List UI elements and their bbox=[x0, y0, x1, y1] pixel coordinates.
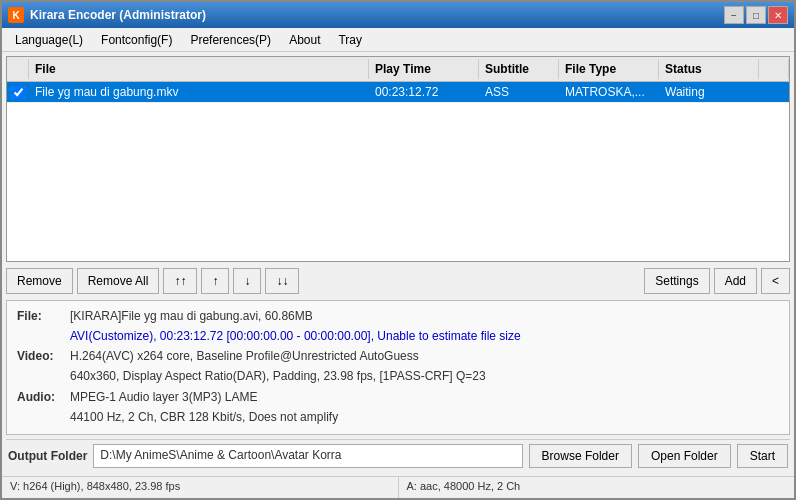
file-detail-spacer bbox=[17, 327, 62, 346]
audio-value: MPEG-1 Audio layer 3(MP3) LAME bbox=[70, 388, 257, 407]
header-filetype: File Type bbox=[559, 59, 659, 79]
start-button[interactable]: Start bbox=[737, 444, 788, 468]
move-down-button[interactable]: ↓ bbox=[233, 268, 261, 294]
window-title: Kirara Encoder (Administrator) bbox=[30, 8, 206, 22]
header-playtime: Play Time bbox=[369, 59, 479, 79]
audio-detail: 44100 Hz, 2 Ch, CBR 128 Kbit/s, Does not… bbox=[70, 408, 338, 427]
row-checkbox-cell[interactable] bbox=[7, 82, 29, 102]
browse-folder-button[interactable]: Browse Folder bbox=[529, 444, 632, 468]
video-value: H.264(AVC) x264 core, Baseline Profile@U… bbox=[70, 347, 419, 366]
title-controls: − □ ✕ bbox=[724, 6, 788, 24]
video-detail-row: 640x360, Display Aspect Ratio(DAR), Padd… bbox=[17, 367, 779, 386]
row-checkbox[interactable] bbox=[12, 86, 25, 99]
menu-fontconfig[interactable]: Fontconfig(F) bbox=[92, 30, 181, 50]
app-icon: K bbox=[8, 7, 24, 23]
table-row[interactable]: File yg mau di gabung.mkv 00:23:12.72 AS… bbox=[7, 82, 789, 103]
file-value: [KIRARA]File yg mau di gabung.avi, 60.86… bbox=[70, 307, 313, 326]
toolbar: Remove Remove All ↑↑ ↑ ↓ ↓↓ Settings Add… bbox=[6, 266, 790, 296]
open-folder-button[interactable]: Open Folder bbox=[638, 444, 731, 468]
video-detail: 640x360, Display Aspect Ratio(DAR), Padd… bbox=[70, 367, 486, 386]
maximize-button[interactable]: □ bbox=[746, 6, 766, 24]
header-status: Status bbox=[659, 59, 759, 79]
menu-bar: Language(L) Fontconfig(F) Preferences(P)… bbox=[2, 28, 794, 52]
main-window: K Kirara Encoder (Administrator) − □ ✕ L… bbox=[0, 0, 796, 500]
row-playtime: 00:23:12.72 bbox=[369, 82, 479, 102]
move-bottom-button[interactable]: ↓↓ bbox=[265, 268, 299, 294]
output-path: D:\My AnimeS\Anime & Cartoon\Avatar Korr… bbox=[93, 444, 522, 468]
table-body: File yg mau di gabung.mkv 00:23:12.72 AS… bbox=[7, 82, 789, 261]
file-detail: AVI(Customize), 00:23:12.72 [00:00:00.00… bbox=[70, 327, 521, 346]
title-bar: K Kirara Encoder (Administrator) − □ ✕ bbox=[2, 2, 794, 28]
video-detail-spacer bbox=[17, 367, 62, 386]
row-extra bbox=[759, 82, 789, 102]
file-detail-row: AVI(Customize), 00:23:12.72 [00:00:00.00… bbox=[17, 327, 779, 346]
header-file: File bbox=[29, 59, 369, 79]
output-label: Output Folder bbox=[8, 449, 87, 463]
video-info-row: Video: H.264(AVC) x264 core, Baseline Pr… bbox=[17, 347, 779, 366]
info-panel: File: [KIRARA]File yg mau di gabung.avi,… bbox=[6, 300, 790, 435]
close-button[interactable]: ✕ bbox=[768, 6, 788, 24]
header-check bbox=[7, 59, 29, 79]
row-subtitle: ASS bbox=[479, 82, 559, 102]
audio-label: Audio: bbox=[17, 388, 62, 407]
move-up-button[interactable]: ↑ bbox=[201, 268, 229, 294]
status-audio: A: aac, 48000 Hz, 2 Ch bbox=[399, 477, 795, 498]
output-bar: Output Folder D:\My AnimeS\Anime & Carto… bbox=[6, 439, 790, 472]
video-label: Video: bbox=[17, 347, 62, 366]
remove-all-button[interactable]: Remove All bbox=[77, 268, 160, 294]
header-extra bbox=[759, 59, 789, 79]
main-content: File Play Time Subtitle File Type Status… bbox=[2, 52, 794, 476]
status-video: V: h264 (High), 848x480, 23.98 fps bbox=[2, 477, 399, 498]
status-bar: V: h264 (High), 848x480, 23.98 fps A: aa… bbox=[2, 476, 794, 498]
menu-tray[interactable]: Tray bbox=[329, 30, 371, 50]
table-header: File Play Time Subtitle File Type Status bbox=[7, 57, 789, 82]
move-top-button[interactable]: ↑↑ bbox=[163, 268, 197, 294]
audio-detail-row: 44100 Hz, 2 Ch, CBR 128 Kbit/s, Does not… bbox=[17, 408, 779, 427]
row-file: File yg mau di gabung.mkv bbox=[29, 82, 369, 102]
menu-preferences[interactable]: Preferences(P) bbox=[181, 30, 280, 50]
audio-info-row: Audio: MPEG-1 Audio layer 3(MP3) LAME bbox=[17, 388, 779, 407]
row-filetype: MATROSKA,... bbox=[559, 82, 659, 102]
menu-language[interactable]: Language(L) bbox=[6, 30, 92, 50]
menu-about[interactable]: About bbox=[280, 30, 329, 50]
audio-detail-spacer bbox=[17, 408, 62, 427]
file-info-row: File: [KIRARA]File yg mau di gabung.avi,… bbox=[17, 307, 779, 326]
file-label: File: bbox=[17, 307, 62, 326]
settings-button[interactable]: Settings bbox=[644, 268, 709, 294]
header-subtitle: Subtitle bbox=[479, 59, 559, 79]
row-status: Waiting bbox=[659, 82, 759, 102]
remove-button[interactable]: Remove bbox=[6, 268, 73, 294]
title-bar-left: K Kirara Encoder (Administrator) bbox=[8, 7, 206, 23]
extra-button[interactable]: < bbox=[761, 268, 790, 294]
minimize-button[interactable]: − bbox=[724, 6, 744, 24]
add-button[interactable]: Add bbox=[714, 268, 757, 294]
file-table: File Play Time Subtitle File Type Status… bbox=[6, 56, 790, 262]
